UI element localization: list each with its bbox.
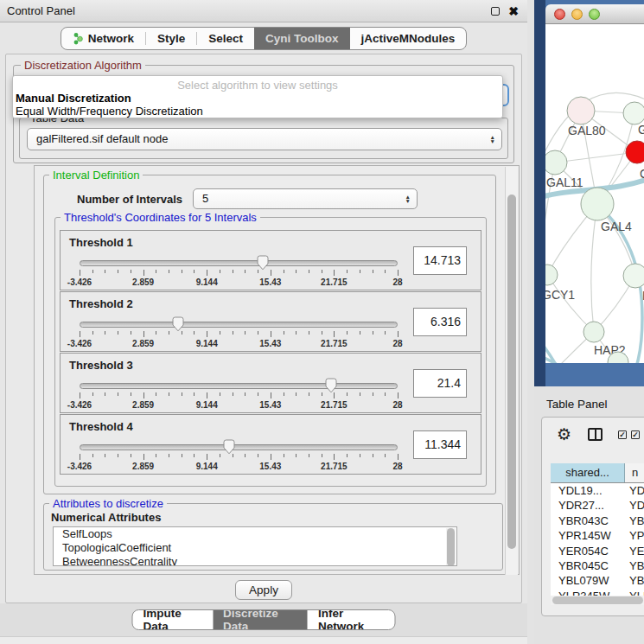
float-window-icon[interactable] xyxy=(491,7,500,16)
split-columns-icon[interactable] xyxy=(588,428,603,441)
dropdown-option-equal-width[interactable]: Equal Width/Frequency Discretization xyxy=(16,105,203,118)
tab-impute-data[interactable]: Impute Data xyxy=(133,610,214,629)
panel-tab-bar: Network Style Select Cyni Toolbox jActiv… xyxy=(0,23,527,53)
threshold-value-field[interactable]: 21.4 xyxy=(413,369,467,398)
gear-icon[interactable]: ⚙ xyxy=(557,424,571,444)
slider-handle[interactable] xyxy=(324,378,337,393)
network-window-titlebar[interactable] xyxy=(545,4,644,24)
network-edge[interactable] xyxy=(591,204,597,332)
tick-mark xyxy=(258,331,258,335)
threshold-value-field[interactable]: 14.713 xyxy=(413,246,467,275)
table-row[interactable]: YBR045CYBR0 xyxy=(551,558,644,573)
tick-mark xyxy=(131,454,131,457)
desktop-edge xyxy=(534,0,545,386)
threshold-slider[interactable]: -3.4262.8599.14415.4321.71528 xyxy=(80,376,398,412)
tick-mark xyxy=(169,270,169,273)
table-row[interactable]: YER054CYER0 xyxy=(551,544,644,558)
tab-jactivemnodules[interactable]: jActiveMNodules xyxy=(350,28,467,49)
attribute-list-item[interactable]: TopologicalCoefficient xyxy=(54,541,456,555)
cell-shared-name: YPR145W xyxy=(551,528,625,543)
settings-scrollbar[interactable] xyxy=(505,167,518,575)
table-data-combobox[interactable]: galFiltered.sif default node ▲▼ xyxy=(27,128,502,150)
table-row[interactable]: YBL079WYBL0 xyxy=(551,573,644,588)
tab-infer-network[interactable]: Infer Network xyxy=(308,610,395,629)
threshold-slider[interactable]: -3.4262.8599.14415.4321.71528 xyxy=(80,437,398,474)
minimize-traffic-light-icon[interactable] xyxy=(571,9,583,20)
tick-mark xyxy=(347,270,348,273)
network-node[interactable] xyxy=(623,102,644,124)
network-node[interactable] xyxy=(545,265,558,285)
node-label: GAL80 xyxy=(568,124,606,137)
tick-mark xyxy=(322,270,322,273)
numerical-attributes-list[interactable]: SelfLoopsTopologicalCoefficientBetweenne… xyxy=(53,526,457,566)
threshold-slider[interactable]: -3.4262.8599.14415.4321.71528 xyxy=(80,315,398,351)
tab-network[interactable]: Network xyxy=(61,28,145,49)
cell-shared-name: YER054C xyxy=(551,544,625,558)
table-row[interactable]: YDR27...YDR2 xyxy=(551,498,644,513)
checkbox-icon[interactable]: ✓ xyxy=(618,430,627,439)
zoom-traffic-light-icon[interactable] xyxy=(589,9,600,20)
tick-mark xyxy=(385,331,386,335)
tick-mark xyxy=(207,392,207,399)
apply-button[interactable]: Apply xyxy=(235,580,292,600)
scale-label: 28 xyxy=(392,277,402,287)
slider-handle[interactable] xyxy=(222,439,235,455)
table-row[interactable]: YPR145WYPR1 xyxy=(551,528,644,543)
scale-label: 2.859 xyxy=(132,277,154,287)
network-node[interactable] xyxy=(583,322,604,342)
table-horizontal-scrollbar[interactable] xyxy=(551,596,644,605)
threshold-panel: Threshold 4-3.4262.8599.14415.4321.71528… xyxy=(60,414,481,475)
column-header-name[interactable]: n xyxy=(625,463,644,482)
attributes-list-scrollbar[interactable] xyxy=(446,528,456,566)
column-header-shared[interactable]: shared... xyxy=(551,463,625,482)
network-node[interactable] xyxy=(567,97,595,124)
tick-mark xyxy=(80,331,80,337)
cell-name: YDL1 xyxy=(625,483,644,498)
tab-network-label: Network xyxy=(88,32,134,45)
number-of-intervals-combobox[interactable]: 5 ▲▼ xyxy=(193,188,418,209)
status-strip xyxy=(0,636,527,644)
tick-mark xyxy=(258,454,258,457)
slider-track[interactable] xyxy=(80,260,398,266)
threshold-value-field[interactable]: 6.316 xyxy=(413,308,467,336)
tab-style[interactable]: Style xyxy=(146,28,196,49)
tick-mark xyxy=(398,270,399,276)
checkbox-icon[interactable]: ✓ xyxy=(631,430,640,439)
close-traffic-light-icon[interactable] xyxy=(554,9,565,20)
network-icon xyxy=(73,32,84,45)
threshold-slider[interactable]: -3.4262.8599.14415.4321.71528 xyxy=(80,253,398,290)
threshold-value-field[interactable]: 11.344 xyxy=(413,430,467,459)
slider-handle[interactable] xyxy=(257,255,270,271)
network-canvas[interactable]: GAL80GACGAL11GAL4GCY1HHAP2 xyxy=(545,24,644,363)
tab-cyni-toolbox[interactable]: Cyni Toolbox xyxy=(254,28,350,49)
attribute-list-item[interactable]: SelfLoops xyxy=(54,527,456,541)
network-edge[interactable] xyxy=(547,275,594,332)
scale-label: 2.859 xyxy=(132,462,154,471)
network-node[interactable] xyxy=(623,264,644,288)
tick-mark xyxy=(80,270,80,276)
cell-shared-name: YBR045C xyxy=(551,558,625,573)
table-row[interactable]: YBR043CYBR0 xyxy=(551,513,644,528)
network-node[interactable] xyxy=(626,141,644,163)
tab-discretize-data[interactable]: Discretize Data xyxy=(213,610,308,629)
tab-select[interactable]: Select xyxy=(197,28,254,49)
close-icon[interactable]: ✖ xyxy=(508,3,519,19)
network-node[interactable] xyxy=(581,188,614,220)
tick-mark xyxy=(92,270,93,273)
attribute-list-item[interactable]: BetweennessCentrality xyxy=(54,555,456,566)
tick-mark xyxy=(385,270,386,273)
dropdown-option-manual-discretization[interactable]: Manual Discretization xyxy=(16,92,131,105)
tick-mark xyxy=(156,270,156,273)
slider-track[interactable] xyxy=(80,322,398,328)
network-node[interactable] xyxy=(545,150,567,175)
slider-track[interactable] xyxy=(80,383,398,389)
table-row[interactable]: YDL19...YDL1 xyxy=(551,483,644,498)
scale-label: 9.144 xyxy=(196,462,218,471)
slider-track[interactable] xyxy=(80,444,398,450)
tick-mark xyxy=(182,392,182,396)
slider-handle[interactable] xyxy=(172,316,185,332)
cell-shared-name: YDL19... xyxy=(551,483,625,498)
table-data-group: Table Data galFiltered.sif default node … xyxy=(19,118,508,159)
scale-label: 15.43 xyxy=(259,277,281,287)
tick-mark xyxy=(143,392,144,399)
